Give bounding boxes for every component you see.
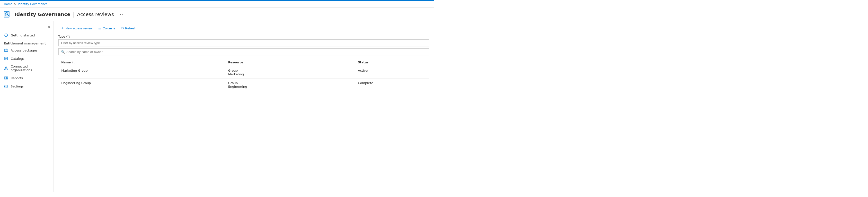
catalogs-icon	[4, 56, 8, 61]
svg-line-19	[6, 68, 7, 69]
table-header-row: Name ↑↓ Resource Status	[58, 59, 429, 66]
sidebar-getting-started-label: Getting started	[11, 34, 35, 37]
resource-name-1: Engineering	[228, 85, 352, 89]
svg-line-18	[5, 68, 6, 69]
main-layout: « Getting started Entitlement management…	[0, 21, 434, 192]
resource-type-0: Group	[228, 69, 352, 72]
cell-resource-1: Group Engineering	[225, 79, 355, 91]
refresh-icon: ↻	[121, 26, 124, 30]
columns-button[interactable]: ☰ Columns	[96, 25, 118, 31]
filter-label: Type i	[58, 35, 429, 38]
breadcrumb: Home > Identity Governance	[0, 1, 434, 7]
plus-icon: ＋	[61, 26, 64, 30]
sidebar-access-packages-label: Access packages	[11, 48, 37, 52]
cell-status-0: Active	[355, 66, 429, 79]
title-divider: |	[73, 11, 75, 18]
settings-icon	[4, 84, 8, 89]
header-icon	[3, 10, 12, 19]
cell-name-0: Marketing Group	[58, 66, 225, 79]
access-packages-icon	[4, 48, 8, 53]
svg-point-7	[6, 34, 6, 35]
svg-point-15	[6, 67, 7, 68]
page-title: Identity Governance | Access reviews	[14, 11, 114, 18]
sidebar-item-reports[interactable]: Reports	[0, 74, 53, 82]
col-header-resource: Resource	[225, 59, 355, 66]
search-bar: 🔍	[58, 48, 429, 55]
svg-rect-10	[6, 49, 6, 50]
type-filter-input[interactable]	[58, 39, 429, 46]
sidebar-item-connected-organizations[interactable]: Connected organizations	[0, 63, 53, 74]
content-area: ＋ New access review ☰ Columns ↻ Refresh …	[54, 21, 434, 192]
columns-label: Columns	[103, 27, 115, 30]
access-reviews-table: Name ↑↓ Resource Status Marketing Group	[58, 59, 429, 91]
resource-name-0: Marketing	[228, 72, 352, 76]
sidebar-item-catalogs[interactable]: Catalogs	[0, 55, 53, 63]
columns-icon: ☰	[98, 26, 101, 30]
sidebar-catalogs-label: Catalogs	[11, 57, 25, 61]
filter-type-text: Type	[58, 35, 65, 38]
sort-icon-name: ↑↓	[72, 61, 76, 64]
collapse-button[interactable]: «	[47, 24, 51, 29]
table-row[interactable]: Engineering Group Group Engineering Comp…	[58, 79, 429, 91]
ellipsis-button[interactable]: ···	[117, 11, 125, 18]
col-header-status: Status	[355, 59, 429, 66]
sidebar-collapse-control: «	[0, 24, 53, 31]
new-access-review-label: New access review	[65, 27, 92, 30]
resource-type-1: Group	[228, 81, 352, 85]
sidebar-reports-label: Reports	[11, 76, 23, 80]
getting-started-icon	[4, 33, 8, 37]
search-input[interactable]	[66, 50, 427, 54]
page-header: Identity Governance | Access reviews ···	[0, 7, 434, 21]
refresh-button[interactable]: ↻ Refresh	[119, 25, 139, 31]
breadcrumb-separator: >	[14, 2, 16, 6]
breadcrumb-current[interactable]: Identity Governance	[18, 2, 48, 6]
new-access-review-button[interactable]: ＋ New access review	[58, 25, 95, 32]
cell-resource-0: Group Marketing	[225, 66, 355, 79]
page-title-main: Identity Governance	[14, 11, 70, 17]
cell-name-1: Engineering Group	[58, 79, 225, 91]
type-filter-section: Type i	[58, 35, 429, 46]
sidebar-connected-organizations-label: Connected organizations	[11, 65, 49, 72]
search-icon: 🔍	[61, 50, 65, 54]
reports-icon	[4, 76, 8, 80]
col-header-name[interactable]: Name ↑↓	[58, 59, 225, 66]
toolbar: ＋ New access review ☰ Columns ↻ Refresh	[58, 25, 429, 32]
table-row[interactable]: Marketing Group Group Marketing Active	[58, 66, 429, 79]
cell-status-1: Complete	[355, 79, 429, 91]
sidebar-item-settings[interactable]: Settings	[0, 82, 53, 90]
sidebar-item-access-packages[interactable]: Access packages	[0, 46, 53, 55]
sidebar-item-getting-started[interactable]: Getting started	[0, 31, 53, 39]
refresh-label: Refresh	[125, 27, 136, 30]
sidebar-section-entitlement: Entitlement management	[0, 39, 53, 46]
sidebar: « Getting started Entitlement management…	[0, 21, 54, 192]
info-icon[interactable]: i	[66, 35, 70, 38]
connected-organizations-icon	[4, 66, 8, 70]
breadcrumb-home[interactable]: Home	[4, 2, 12, 6]
page-subtitle: Access reviews	[77, 11, 114, 17]
sidebar-settings-label: Settings	[11, 85, 24, 88]
